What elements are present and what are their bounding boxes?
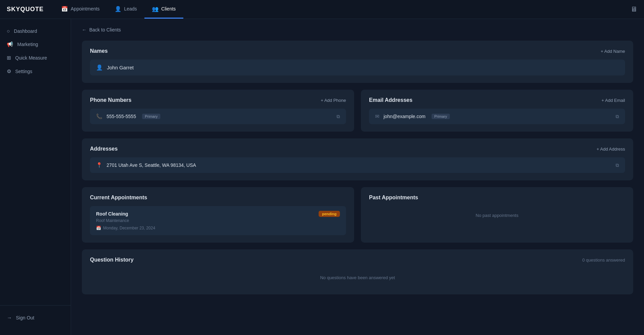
tab-appointments[interactable]: 📅 Appointments <box>54 0 107 19</box>
appt-subtitle: Roof Maintenance <box>96 218 340 223</box>
tab-appointments-label: Appointments <box>71 6 100 12</box>
copy-email-button[interactable]: ⧉ <box>616 114 619 119</box>
appt-name: Roof Cleaning <box>96 211 128 217</box>
current-appointments-card: Current Appointments Roof Cleaning pendi… <box>82 187 354 243</box>
phone-row: 📞 555-555-5555 Primary ⧉ <box>90 109 346 124</box>
add-email-button[interactable]: + Add Email <box>601 98 625 103</box>
sidebar-item-settings[interactable]: ⚙ Settings <box>0 65 71 78</box>
qh-empty: No questions have been answered yet <box>90 268 625 287</box>
email-primary-badge: Primary <box>432 114 450 119</box>
phone-icon: 📞 <box>96 113 102 119</box>
tab-leads-label: Leads <box>124 6 137 12</box>
sidebar-label-signout: Sign Out <box>16 315 34 320</box>
phone-primary-badge: Primary <box>142 114 160 119</box>
qh-header: Question History 0 questions answered <box>90 257 625 263</box>
add-phone-button[interactable]: + Add Phone <box>321 98 346 103</box>
address-row: 📍 2701 Utah Ave S, Seattle, WA 98134, US… <box>90 157 625 173</box>
phone-card-header: Phone Numbers + Add Phone <box>90 97 346 103</box>
past-appt-header: Past Appointments <box>369 195 625 201</box>
appointments-row: Current Appointments Roof Cleaning pendi… <box>82 187 633 249</box>
sidebar-label-settings: Settings <box>15 69 32 74</box>
tab-clients-label: Clients <box>161 6 176 12</box>
appointment-item[interactable]: Roof Cleaning pending Roof Maintenance 📅… <box>90 206 346 235</box>
email-card-header: Email Addresses + Add Email <box>369 97 625 103</box>
leads-icon: 👤 <box>115 6 121 12</box>
settings-icon: ⚙ <box>7 68 11 74</box>
back-arrow-icon: ← <box>82 27 87 32</box>
appointments-icon: 📅 <box>61 6 68 12</box>
phone-value: 555-555-5555 <box>107 114 136 119</box>
logo: SKYQUOTE <box>7 6 44 13</box>
email-card: Email Addresses + Add Email ✉ john@examp… <box>361 90 633 132</box>
phone-title: Phone Numbers <box>90 97 132 103</box>
clients-icon: 👥 <box>152 6 159 12</box>
sidebar: ○ Dashboard 📢 Marketing ⊞ Quick Measure … <box>0 19 71 335</box>
app-body: ○ Dashboard 📢 Marketing ⊞ Quick Measure … <box>0 19 644 335</box>
signout-icon: → <box>7 315 12 320</box>
marketing-icon: 📢 <box>7 41 13 47</box>
addresses-card: Addresses + Add Address 📍 2701 Utah Ave … <box>82 138 633 180</box>
phone-email-row: Phone Numbers + Add Phone 📞 555-555-5555… <box>82 90 633 138</box>
current-appt-header: Current Appointments <box>90 195 346 201</box>
sidebar-item-dashboard[interactable]: ○ Dashboard <box>0 24 71 38</box>
tab-clients[interactable]: 👥 Clients <box>144 0 183 19</box>
pending-badge: pending <box>319 211 340 217</box>
address-value: 2701 Utah Ave S, Seattle, WA 98134, USA <box>107 162 196 168</box>
back-to-clients-link[interactable]: ← Back to Clients <box>82 27 633 32</box>
names-card-header: Names + Add Name <box>90 48 625 54</box>
back-label: Back to Clients <box>89 27 121 32</box>
current-appt-title: Current Appointments <box>90 195 147 201</box>
calendar-icon: 📅 <box>96 226 101 230</box>
qh-count: 0 questions answered <box>582 258 625 263</box>
email-icon: ✉ <box>375 113 380 119</box>
monitor-icon[interactable]: 🖥 <box>630 5 637 13</box>
client-name: John Garret <box>107 65 134 70</box>
addresses-title: Addresses <box>90 146 118 152</box>
email-row: ✉ john@example.com Primary ⧉ <box>369 109 625 124</box>
addresses-card-header: Addresses + Add Address <box>90 146 625 152</box>
nav-tabs: 📅 Appointments 👤 Leads 👥 Clients <box>54 0 183 19</box>
sidebar-item-marketing[interactable]: 📢 Marketing <box>0 38 71 51</box>
add-name-button[interactable]: + Add Name <box>601 49 625 54</box>
main-content: ← Back to Clients Names + Add Name 👤 Joh… <box>71 19 644 335</box>
past-appt-empty: No past appointments <box>369 206 625 225</box>
name-row: 👤 John Garret <box>90 60 625 75</box>
past-appointments-card: Past Appointments No past appointments <box>361 187 633 243</box>
sidebar-bottom: → Sign Out <box>0 305 71 330</box>
quick-measure-icon: ⊞ <box>7 55 11 61</box>
pin-icon: 📍 <box>96 162 102 168</box>
top-nav-right: 🖥 <box>630 5 637 13</box>
sidebar-label-quick-measure: Quick Measure <box>15 55 47 61</box>
sidebar-item-quick-measure[interactable]: ⊞ Quick Measure <box>0 51 71 65</box>
past-appt-title: Past Appointments <box>369 195 418 201</box>
sidebar-label-dashboard: Dashboard <box>14 28 37 34</box>
sidebar-item-signout[interactable]: → Sign Out <box>0 311 71 324</box>
phone-card: Phone Numbers + Add Phone 📞 555-555-5555… <box>82 90 354 132</box>
names-title: Names <box>90 48 108 54</box>
person-icon: 👤 <box>96 64 103 71</box>
copy-phone-button[interactable]: ⧉ <box>337 114 340 119</box>
tab-leads[interactable]: 👤 Leads <box>107 0 144 19</box>
top-nav: SKYQUOTE 📅 Appointments 👤 Leads 👥 Client… <box>0 0 644 19</box>
email-title: Email Addresses <box>369 97 412 103</box>
sidebar-label-marketing: Marketing <box>17 42 38 47</box>
add-address-button[interactable]: + Add Address <box>597 147 625 152</box>
qh-title: Question History <box>90 257 134 263</box>
appt-date: 📅 Monday, December 23, 2024 <box>96 226 340 230</box>
appt-date-value: Monday, December 23, 2024 <box>103 226 155 230</box>
question-history-card: Question History 0 questions answered No… <box>82 249 633 294</box>
appt-title-row: Roof Cleaning pending <box>96 211 340 217</box>
email-value: john@example.com <box>384 114 426 119</box>
names-card: Names + Add Name 👤 John Garret <box>82 41 633 83</box>
dashboard-icon: ○ <box>7 28 10 34</box>
copy-address-button[interactable]: ⧉ <box>616 162 619 168</box>
